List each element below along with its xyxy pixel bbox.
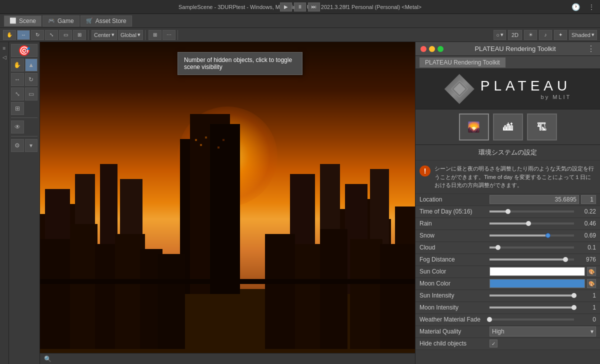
maximize-button[interactable] [438, 46, 444, 52]
transform2-btn[interactable]: ⊞ [11, 102, 24, 115]
scene-viewport[interactable]: Number of hidden objects, click to toggl… [40, 42, 415, 364]
scale-btn[interactable]: ⤡ [11, 88, 24, 100]
weather-fade-slider[interactable] [490, 318, 574, 320]
prop-label-snow: Snow [420, 232, 490, 239]
prop-control-sun-intensity: 1 [490, 292, 596, 299]
panel-title-bar: PLATEAU Rendering Toolkit ⋮ [416, 42, 600, 56]
sidebar-layers-icon[interactable]: ≡ [0, 44, 8, 52]
history-button[interactable]: 🕐 [572, 3, 580, 11]
play-button[interactable]: ▶ [280, 2, 292, 12]
transform-tool[interactable]: ⊞ [73, 30, 86, 40]
rain-value: 0.46 [576, 220, 596, 227]
pointer-btn[interactable]: ▲ [25, 58, 38, 72]
global-dropdown[interactable]: Global▾ [118, 30, 143, 40]
prop-label-rain: Rain [420, 220, 490, 227]
prop-control-rain: 0.46 [490, 220, 596, 227]
section-title: 環境システムの設定 [416, 145, 600, 160]
scale-tool[interactable]: ⤡ [45, 30, 58, 40]
grid-button[interactable]: ⊞ [148, 30, 162, 40]
sun-color-picker[interactable]: 🎨 [587, 267, 596, 276]
fog-slider-thumb [563, 257, 568, 262]
rotate-btn[interactable]: ↻ [25, 73, 38, 86]
lod-button[interactable]: 🏙 [493, 114, 523, 140]
prop-row-hide-children: Hide child objects ✓ [416, 338, 600, 350]
panel-tab-bar: PLATEAU Rendering Toolkit [416, 56, 600, 69]
sun-color-box[interactable] [490, 267, 585, 276]
moon-intensity-slider[interactable] [490, 306, 574, 308]
sun-intensity-slider[interactable] [490, 294, 574, 296]
location-input[interactable] [490, 195, 579, 204]
prop-label-hide-children: Hide child objects [420, 340, 490, 347]
sun-intensity-fill [490, 294, 574, 296]
hand-btn[interactable]: ✋ [11, 58, 24, 72]
transport-controls: ▶ ⏸ ⏭ [280, 2, 320, 12]
prop-label-material-quality: Material Quality [420, 328, 490, 335]
snow-slider[interactable] [490, 234, 574, 236]
time-slider[interactable] [490, 210, 574, 212]
plateau-logo-text: PLATEAU [480, 78, 572, 94]
svg-rect-21 [70, 224, 98, 349]
tab-bar: ⬜ Scene 🎮 Game 🛒 Asset Store [0, 14, 600, 28]
logo-inner: PLATEAU by MLIT [444, 74, 572, 104]
prop-row-moon-color: Moon Color 🎨 [416, 278, 600, 290]
tab-game[interactable]: 🎮 Game [42, 16, 80, 26]
prop-row-rain: Rain 0.46 [416, 218, 600, 230]
panel-tab-main[interactable]: PLATEAU Rendering Toolkit [420, 58, 506, 68]
prop-label-sun-intensity: Sun Intensity [420, 292, 490, 299]
view-btn[interactable]: 👁 [11, 120, 24, 134]
layers-button[interactable]: ⋮ [588, 3, 595, 11]
prop-row-material-quality: Material Quality High ▾ [416, 326, 600, 338]
moon-color-box[interactable] [490, 279, 585, 288]
fog-value: 976 [576, 256, 596, 263]
tab-asset-store[interactable]: 🛒 Asset Store [80, 16, 132, 26]
move-btn[interactable]: ↔ [11, 73, 24, 86]
rain-slider-fill [490, 222, 528, 224]
panel-menu-button[interactable]: ⋮ [587, 44, 595, 54]
material-quality-dropdown[interactable]: High ▾ [490, 326, 596, 336]
cloud-slider-thumb [496, 245, 500, 250]
prop-control-moon-intensity: 1 [490, 304, 596, 311]
scene-gizmo-btn[interactable]: 🎯 [11, 44, 38, 57]
audio-button[interactable]: ♪ [539, 30, 552, 40]
rect-btn[interactable]: ▭ [25, 88, 38, 100]
prop-label-moon-intensity: Moon Intensity [420, 304, 490, 311]
step-button[interactable]: ⏭ [308, 2, 320, 12]
move-tool[interactable]: ↔ [17, 30, 30, 40]
rain-slider[interactable] [490, 222, 574, 224]
hide-children-checkbox[interactable]: ✓ [490, 340, 498, 348]
tool-row-3: ↔ ↻ [11, 73, 38, 86]
prop-row-fog: Fog Distance 976 [416, 254, 600, 266]
prop-row-sun-color: Sun Color 🎨 [416, 266, 600, 278]
snap-button[interactable]: ⋯ [162, 30, 176, 40]
store-icon: 🛒 [86, 18, 93, 24]
settings-btn[interactable]: ⚙ [11, 139, 24, 152]
rect-tool[interactable]: ▭ [59, 30, 72, 40]
sidebar-expand-icon[interactable]: ◁ [0, 53, 8, 61]
lighting-button[interactable]: ☀ [524, 30, 537, 40]
gizmos-dropdown[interactable]: ○▾ [494, 30, 506, 40]
sun-intensity-thumb [572, 293, 576, 298]
fx-button[interactable]: ✦ [554, 30, 567, 40]
building-button[interactable]: 🏗 [527, 114, 557, 140]
fog-slider[interactable] [490, 258, 574, 260]
rotate-tool[interactable]: ↻ [31, 30, 44, 40]
pause-button[interactable]: ⏸ [294, 2, 306, 12]
cloud-slider[interactable] [490, 246, 574, 248]
moon-color-picker[interactable]: 🎨 [587, 279, 596, 288]
environment-button[interactable]: 🌄 [459, 114, 489, 140]
prop-label-location: Location [420, 196, 490, 203]
prop-control-weather-fade: 0 [490, 316, 596, 323]
svg-rect-26 [265, 234, 295, 349]
pivot-dropdown[interactable]: Center▾ [92, 30, 117, 40]
minimize-button[interactable] [429, 46, 435, 52]
location-input2[interactable] [581, 195, 596, 204]
prop-row-weather-fade: Weather Material Fade 0 [416, 314, 600, 326]
prop-label-cloud: Cloud [420, 244, 490, 251]
close-button[interactable] [420, 46, 426, 52]
weather-fade-thumb [487, 317, 492, 322]
hand-tool[interactable]: ✋ [3, 30, 16, 40]
scene-view-dropdown[interactable]: Shaded▾ [569, 30, 597, 40]
settings2-btn[interactable]: ▾ [25, 139, 38, 152]
tab-scene[interactable]: ⬜ Scene [4, 16, 42, 26]
2d-button[interactable]: 2D [508, 30, 522, 40]
